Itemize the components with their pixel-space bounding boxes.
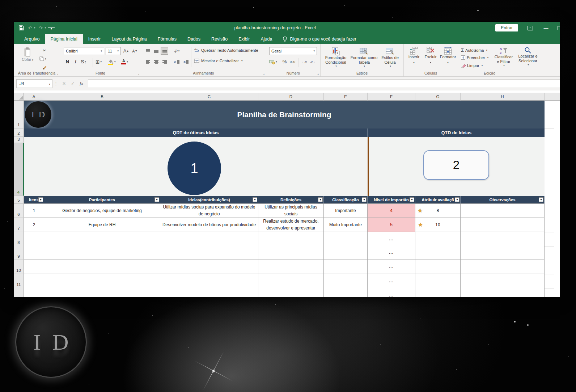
col-header-h[interactable]: H: [461, 93, 545, 101]
cell-e9[interactable]: [324, 246, 368, 260]
increase-decimal-icon[interactable]: ←.0: [300, 58, 308, 66]
cell-g8[interactable]: [415, 232, 461, 246]
row-header-8[interactable]: 8: [14, 232, 24, 246]
cell-f7[interactable]: 5: [368, 218, 415, 232]
number-format-select[interactable]: Geral: [269, 47, 317, 55]
row-header-1[interactable]: 1: [14, 101, 24, 128]
insert-cells-button[interactable]: Inserir: [406, 47, 422, 64]
cancel-entry-icon[interactable]: ✕: [60, 81, 68, 86]
cell-h7[interactable]: [461, 218, 545, 232]
cell-b10[interactable]: [44, 260, 160, 274]
font-color-icon[interactable]: A: [121, 58, 128, 66]
cell-b8[interactable]: [44, 232, 160, 246]
clipboard-dialog-launcher[interactable]: ⌟: [57, 72, 58, 75]
table-header-nivel-importancia[interactable]: Nivel de Importân: [368, 196, 415, 204]
row-header-3[interactable]: 3: [14, 137, 24, 143]
decrease-font-icon[interactable]: A▼: [131, 47, 139, 55]
cell-d6[interactable]: Utilizar as principais mídias sociais: [258, 204, 324, 218]
cell-a7[interactable]: 2: [24, 218, 44, 232]
cell-h11[interactable]: [461, 274, 545, 288]
col-header-f[interactable]: F: [368, 93, 415, 101]
cell-c8[interactable]: [160, 232, 258, 246]
col-header-b[interactable]: B: [44, 93, 160, 101]
undo-icon[interactable]: ↶: [27, 25, 33, 31]
filter-dropdown-icon[interactable]: [362, 197, 367, 202]
insert-function-icon[interactable]: fx: [77, 81, 86, 87]
tab-exibir[interactable]: Exibir: [233, 34, 255, 44]
merge-center-button[interactable]: Mesclar e Centralizar: [194, 59, 242, 63]
save-icon[interactable]: [18, 25, 25, 31]
cell-c11[interactable]: [160, 274, 258, 288]
tab-inserir[interactable]: Inserir: [83, 34, 106, 44]
cell-e6[interactable]: Importante: [324, 204, 368, 218]
cell-c7[interactable]: Desenvolver modelo de bônus por produtiv…: [160, 218, 258, 232]
tab-revisao[interactable]: Revisão: [206, 34, 233, 44]
cell-e10[interactable]: [324, 260, 368, 274]
align-bottom-icon[interactable]: [161, 47, 168, 55]
great-ideas-count-circle[interactable]: 1: [168, 142, 221, 195]
filter-dropdown-icon[interactable]: [539, 197, 543, 202]
row-header-6[interactable]: 6: [14, 204, 24, 218]
borders-icon[interactable]: ⊞: [95, 58, 102, 66]
cell-a12[interactable]: [24, 288, 44, 297]
italic-button[interactable]: I: [72, 58, 79, 66]
worksheet-title-banner[interactable]: I D Planilha de Brainstorming: [24, 101, 545, 128]
cell-e11[interactable]: [324, 274, 368, 288]
cell-b7[interactable]: Equipe de RH: [44, 218, 160, 232]
cell-f8[interactable]: ...: [368, 232, 415, 246]
cell-h12[interactable]: [461, 288, 545, 297]
tab-formulas[interactable]: Fórmulas: [152, 34, 182, 44]
cell-d8[interactable]: [258, 232, 324, 246]
cell-b12[interactable]: [44, 288, 160, 297]
decrease-decimal-icon[interactable]: .0→: [309, 58, 317, 66]
decrease-indent-icon[interactable]: [173, 58, 181, 66]
cell-d9[interactable]: [258, 246, 324, 260]
name-box-dropdown-icon[interactable]: [49, 81, 52, 86]
customize-qat-icon[interactable]: ▾: [48, 27, 55, 30]
cell-g9[interactable]: [415, 246, 461, 260]
col-header-e[interactable]: E: [324, 93, 368, 101]
wrap-text-button[interactable]: ab Quebrar Texto Automaticamente: [194, 48, 258, 52]
cell-d12[interactable]: [258, 288, 324, 297]
col-header-g[interactable]: G: [415, 93, 461, 101]
font-size-select[interactable]: 11: [106, 47, 121, 55]
cell-d10[interactable]: [258, 260, 324, 274]
filter-dropdown-icon[interactable]: [154, 197, 159, 202]
increase-indent-icon[interactable]: [182, 58, 190, 66]
cell-b9[interactable]: [44, 246, 160, 260]
col-header-i[interactable]: [545, 93, 560, 101]
cell-g7[interactable]: 10: [415, 218, 461, 232]
cell-b11[interactable]: [44, 274, 160, 288]
align-top-icon[interactable]: [144, 47, 152, 55]
tab-arquivo[interactable]: Arquivo: [19, 34, 45, 44]
cell-g11[interactable]: [415, 274, 461, 288]
row-header-7[interactable]: 7: [14, 218, 24, 232]
sign-in-button[interactable]: Entrar: [495, 24, 518, 31]
row-header-5[interactable]: 5: [14, 196, 24, 204]
conditional-formatting-button[interactable]: ≠ Formatação Condicional: [323, 47, 349, 68]
table-header-definicoes[interactable]: Definições: [258, 196, 324, 204]
row-header-4[interactable]: 4: [14, 143, 24, 196]
cell-h8[interactable]: [461, 232, 545, 246]
minimize-button[interactable]: —: [542, 25, 550, 31]
cell-c12[interactable]: [160, 288, 258, 297]
cell-c10[interactable]: [160, 260, 258, 274]
cell-g6[interactable]: 8: [415, 204, 461, 218]
col-header-c[interactable]: C: [160, 93, 258, 101]
ribbon-display-options-icon[interactable]: ⌃: [528, 26, 533, 30]
find-select-button[interactable]: Localizar e Selecionar: [514, 47, 541, 67]
row-header-2[interactable]: 2: [14, 128, 24, 137]
name-box[interactable]: J4: [16, 79, 52, 88]
table-header-atribuir-avaliacao[interactable]: Atribuir avaliaçã: [415, 196, 461, 204]
font-dialog-launcher[interactable]: ⌟: [138, 72, 139, 75]
tab-pagina-inicial[interactable]: Página Inicial: [45, 34, 82, 44]
cell-a8[interactable]: [24, 232, 44, 246]
row-header-12[interactable]: 12: [14, 288, 24, 297]
orientation-icon[interactable]: ab: [173, 47, 181, 55]
filter-dropdown-icon[interactable]: [38, 197, 43, 202]
clear-button[interactable]: Limpar: [461, 63, 483, 68]
align-middle-icon[interactable]: [152, 47, 160, 55]
ideas-count-box[interactable]: 2: [423, 150, 489, 180]
tab-dados[interactable]: Dados: [182, 34, 206, 44]
row-header-9[interactable]: 9: [14, 246, 24, 260]
